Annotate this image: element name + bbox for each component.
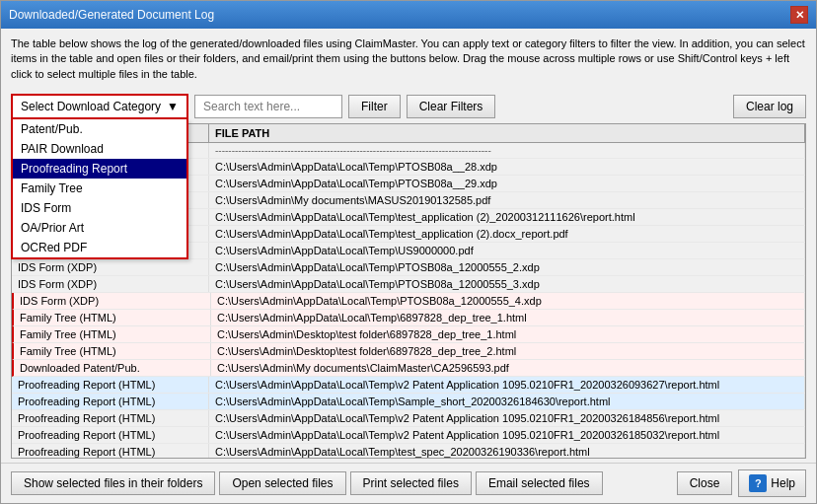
- table-row[interactable]: IDS Form (XDP)C:\Users\Admin\AppData\Loc…: [12, 293, 805, 310]
- table-cell-type: Proofreading Report (HTML): [12, 410, 209, 426]
- table-cell-type: Family Tree (HTML): [14, 343, 211, 359]
- close-window-button[interactable]: ✕: [790, 6, 808, 24]
- help-label: Help: [771, 476, 795, 490]
- show-folders-button[interactable]: Show selected files in their folders: [11, 471, 215, 495]
- table-cell-type: IDS Form (XDP): [14, 293, 211, 309]
- table-row[interactable]: Family Tree (HTML)C:\Users\Admin\AppData…: [12, 310, 805, 326]
- table-cell-path: C:\Users\Admin\AppData\Local\Temp\US9000…: [209, 243, 805, 258]
- table-cell-path: C:\Users\Admin\AppData\Local\Temp\PTOSB0…: [209, 159, 805, 175]
- table-cell-path: C:\Users\Admin\My documents\ClaimMaster\…: [211, 360, 805, 376]
- dropdown-container: Select Download Category ▼ Patent/Pub. P…: [11, 94, 188, 119]
- table-row[interactable]: IDS Form (XDP)C:\Users\Admin\AppData\Loc…: [12, 276, 805, 293]
- table-cell-type: IDS Form (XDP): [12, 259, 209, 275]
- table-row[interactable]: Proofreading Report (HTML)C:\Users\Admin…: [12, 427, 805, 444]
- search-input[interactable]: [194, 95, 342, 118]
- table-cell-path: ----------------------------------------…: [209, 143, 805, 158]
- table-cell-path: C:\Users\Admin\AppData\Local\Temp\Sample…: [209, 394, 805, 409]
- open-files-button[interactable]: Open selected files: [219, 471, 345, 495]
- bottom-right-buttons: Close ? Help: [677, 469, 806, 497]
- table-row[interactable]: Family Tree (HTML)C:\Users\Admin\Desktop…: [12, 326, 805, 343]
- table-cell-type: Downloaded Patent/Pub.: [14, 360, 211, 376]
- toolbar: Select Download Category ▼ Patent/Pub. P…: [1, 90, 816, 123]
- dropdown-item-oa[interactable]: OA/Prior Art: [13, 218, 186, 238]
- dropdown-menu: Patent/Pub. PAIR Download Proofreading R…: [11, 119, 188, 259]
- table-cell-path: C:\Users\Admin\AppData\Local\Temp\test_s…: [209, 444, 805, 458]
- window-title: Downloaded/Generated Document Log: [9, 8, 214, 22]
- table-cell-path: C:\Users\Admin\AppData\Local\Temp\PTOSB0…: [209, 176, 805, 191]
- dropdown-item-ids-form[interactable]: IDS Form: [13, 198, 186, 218]
- dropdown-item-proofreading[interactable]: Proofreading Report: [13, 159, 186, 179]
- table-cell-path: C:\Users\Admin\Desktop\test folder\68978…: [211, 343, 805, 359]
- table-row[interactable]: Proofreading Report (HTML)C:\Users\Admin…: [12, 394, 805, 410]
- table-cell-path: C:\Users\Admin\AppData\Local\Temp\PTOSB0…: [209, 259, 805, 275]
- table-cell-type: Proofreading Report (HTML): [12, 444, 209, 458]
- table-row[interactable]: Proofreading Report (HTML)C:\Users\Admin…: [12, 410, 805, 427]
- email-files-button[interactable]: Email selected files: [476, 471, 603, 495]
- dropdown-label: Select Download Category: [21, 100, 161, 113]
- table-cell-type: Proofreading Report (HTML): [12, 394, 209, 409]
- table-row[interactable]: Proofreading Report (HTML)C:\Users\Admin…: [12, 444, 805, 458]
- col2-header: FILE PATH: [209, 124, 805, 142]
- table-row[interactable]: Downloaded Patent/Pub.C:\Users\Admin\My …: [12, 360, 805, 377]
- table-cell-path: C:\Users\Admin\Desktop\test folder\68978…: [211, 326, 805, 342]
- clear-log-button[interactable]: Clear log: [733, 95, 806, 118]
- table-cell-type: Proofreading Report (HTML): [12, 427, 209, 443]
- table-row[interactable]: Family Tree (HTML)C:\Users\Admin\Desktop…: [12, 343, 805, 360]
- table-cell-path: C:\Users\Admin\AppData\Local\Temp\v2 Pat…: [209, 377, 805, 393]
- table-cell-path: C:\Users\Admin\AppData\Local\Temp\PTOSB0…: [209, 276, 805, 292]
- description-text: The table below shows the log of the gen…: [1, 29, 816, 90]
- table-row[interactable]: IDS Form (XDP)C:\Users\Admin\AppData\Loc…: [12, 259, 805, 276]
- table-cell-path: C:\Users\Admin\AppData\Local\Temp\PTOSB0…: [211, 293, 805, 309]
- filter-button[interactable]: Filter: [348, 95, 401, 118]
- close-button[interactable]: Close: [677, 471, 733, 495]
- main-window: Downloaded/Generated Document Log ✕ The …: [0, 0, 817, 504]
- chevron-down-icon: ▼: [167, 100, 179, 113]
- table-cell-path: C:\Users\Admin\AppData\Local\Temp\v2 Pat…: [209, 427, 805, 443]
- category-dropdown[interactable]: Select Download Category ▼: [11, 94, 188, 119]
- table-cell-type: Family Tree (HTML): [14, 326, 211, 342]
- table-cell-path: C:\Users\Admin\My documents\MASUS2019013…: [209, 192, 805, 208]
- print-files-button[interactable]: Print selected files: [350, 471, 472, 495]
- table-row[interactable]: Proofreading Report (HTML)C:\Users\Admin…: [12, 377, 805, 394]
- table-cell-path: C:\Users\Admin\AppData\Local\Temp\v2 Pat…: [209, 410, 805, 426]
- table-cell-path: C:\Users\Admin\AppData\Local\Temp\689782…: [211, 310, 805, 325]
- bottom-toolbar: Show selected files in their folders Ope…: [1, 463, 816, 503]
- dropdown-item-pair[interactable]: PAIR Download: [13, 139, 186, 159]
- dropdown-item-patent[interactable]: Patent/Pub.: [13, 119, 186, 139]
- dropdown-item-ocr[interactable]: OCRed PDF: [13, 238, 186, 257]
- table-cell-type: Proofreading Report (HTML): [12, 377, 209, 393]
- table-cell-path: C:\Users\Admin\AppData\Local\Temp\test_a…: [209, 226, 805, 242]
- title-bar: Downloaded/Generated Document Log ✕: [1, 1, 816, 29]
- help-button[interactable]: ? Help: [738, 469, 806, 497]
- table-cell-type: IDS Form (XDP): [12, 276, 209, 292]
- help-icon: ?: [749, 474, 767, 492]
- table-cell-path: C:\Users\Admin\AppData\Local\Temp\test_a…: [209, 209, 805, 225]
- clear-filters-button[interactable]: Clear Filters: [407, 95, 496, 118]
- table-cell-type: Family Tree (HTML): [14, 310, 211, 325]
- dropdown-item-family-tree[interactable]: Family Tree: [13, 179, 186, 198]
